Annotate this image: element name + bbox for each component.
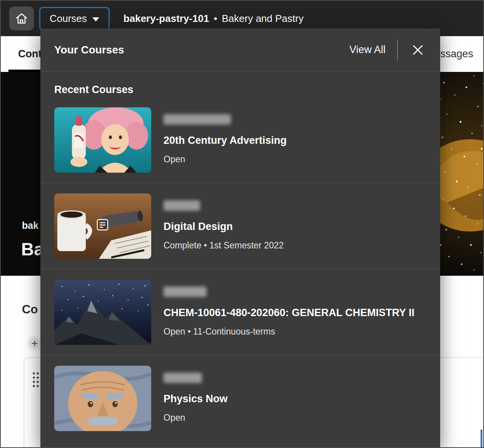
- blue-edge-accent: [481, 430, 482, 447]
- close-button[interactable]: [409, 42, 426, 58]
- breadcrumb-course-id: bakery-pastry-101: [124, 13, 209, 25]
- panel-title: Your Courses: [54, 44, 349, 56]
- tab-messages-label: essages: [434, 48, 473, 60]
- header-separator: [397, 39, 398, 61]
- view-all-link[interactable]: View All: [349, 44, 386, 56]
- course-meta: 20th Century Advertising Open: [164, 107, 287, 173]
- course-title-link[interactable]: Physics Now: [164, 393, 228, 405]
- recent-courses-heading: Recent Courses: [54, 84, 426, 96]
- advertising-pinup-thumbnail[interactable]: [54, 107, 151, 173]
- redacted-course-id: [164, 373, 202, 383]
- drag-handle[interactable]: [33, 372, 40, 389]
- course-status: Open: [164, 154, 287, 165]
- course-title-link[interactable]: CHEM-10061-480-202060: GENERAL CHEMISTRY…: [164, 307, 414, 319]
- breadcrumb-course-name: Bakery and Pastry: [222, 13, 304, 25]
- course-status: Open: [164, 413, 228, 423]
- tab-content[interactable]: Cont: [18, 36, 42, 72]
- courses-dropdown-panel: Your Courses View All Recent Courses: [40, 28, 440, 447]
- tab-content-label: Cont: [18, 48, 42, 60]
- course-title-link[interactable]: 20th Century Advertising: [164, 135, 287, 147]
- courses-button-label: Courses: [50, 13, 87, 25]
- course-list-item[interactable]: Digital Design Complete • 1st Semester 2…: [40, 183, 440, 270]
- banner-course-id-fragment: bak: [22, 220, 38, 231]
- redacted-course-id: [164, 114, 231, 125]
- courses-dropdown-button[interactable]: Courses: [39, 7, 110, 30]
- redacted-course-id: [164, 200, 200, 211]
- breadcrumb-separator: •: [214, 13, 217, 25]
- home-button[interactable]: [9, 7, 34, 30]
- coffee-desk-thumbnail[interactable]: [54, 193, 151, 259]
- chevron-down-icon: [92, 17, 99, 22]
- content-heading-fragment: Co: [22, 303, 38, 316]
- course-title-link[interactable]: Digital Design: [164, 221, 284, 233]
- course-list-item[interactable]: 20th Century Advertising Open: [40, 97, 440, 183]
- add-content-button[interactable]: [28, 336, 42, 350]
- course-meta: CHEM-10061-480-202060: GENERAL CHEMISTRY…: [164, 280, 414, 345]
- course-list-item[interactable]: CHEM-10061-480-202060: GENERAL CHEMISTRY…: [40, 270, 440, 356]
- course-meta: Physics Now Open: [164, 366, 228, 431]
- night-mountain-thumbnail[interactable]: [54, 280, 151, 345]
- course-meta: Digital Design Complete • 1st Semester 2…: [164, 193, 284, 259]
- course-status: Complete • 1st Semester 2022: [164, 240, 284, 251]
- tab-messages[interactable]: essages: [434, 36, 473, 72]
- course-status: Open • 11-Continuous-terms: [164, 326, 414, 337]
- screen: Courses bakery-pastry-101 • Bakery and P…: [0, 0, 484, 448]
- einstein-figurine-thumbnail[interactable]: [54, 366, 151, 431]
- breadcrumb: bakery-pastry-101 • Bakery and Pastry: [124, 13, 304, 25]
- course-list: 20th Century Advertising Open: [40, 97, 440, 447]
- home-icon: [15, 12, 28, 25]
- redacted-course-id: [164, 286, 207, 297]
- close-icon: [412, 44, 424, 56]
- plus-icon: [32, 340, 38, 346]
- panel-header: Your Courses View All: [40, 28, 440, 72]
- course-list-item[interactable]: Physics Now Open: [40, 356, 440, 441]
